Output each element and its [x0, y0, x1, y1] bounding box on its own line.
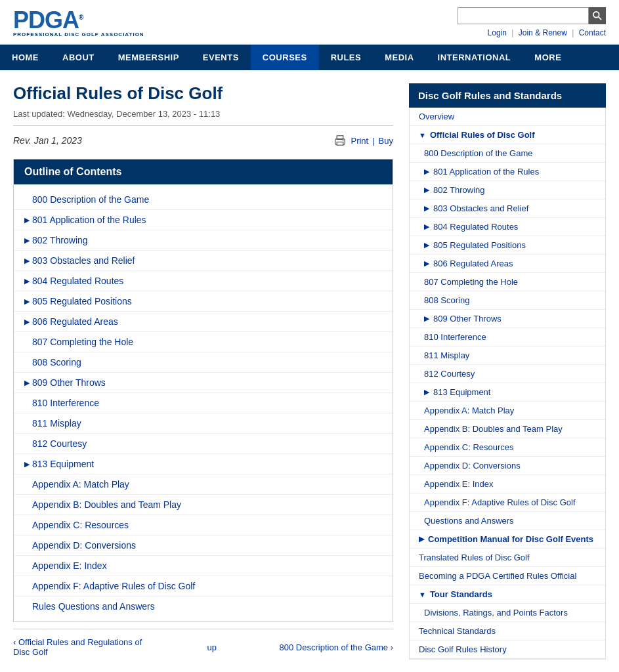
outline-link-appD[interactable]: Appendix D: Conversions [32, 540, 136, 551]
arrow-806[interactable]: ▶ [24, 318, 30, 326]
outline-item-appA: Appendix A: Match Play [14, 476, 393, 493]
sidebar-arrow-804: ▶ [424, 222, 429, 231]
outline-link-801[interactable]: 801 Application of the Rules [32, 215, 146, 225]
sidebar-official-rules-header[interactable]: ▼ Official Rules of Disc Golf [410, 126, 605, 144]
outline-item-800: 800 Description of the Game [14, 191, 393, 208]
outline-link-812[interactable]: 812 Courtesy [32, 438, 87, 449]
outline-link-appB[interactable]: Appendix B: Doubles and Team Play [32, 499, 181, 510]
sidebar-appE[interactable]: Appendix E: Index [410, 475, 605, 494]
outline-link-802[interactable]: 802 Throwing [32, 235, 88, 245]
sidebar-appF[interactable]: Appendix F: Adaptive Rules of Disc Golf [410, 494, 605, 512]
outline-link-800[interactable]: 800 Description of the Game [32, 194, 149, 205]
arrow-804[interactable]: ▶ [24, 277, 30, 285]
sidebar-technical[interactable]: Technical Standards [410, 622, 605, 640]
outline-link-804[interactable]: 804 Regulated Routes [32, 276, 123, 286]
sidebar-appD[interactable]: Appendix D: Conversions [410, 457, 605, 475]
outline-link-813[interactable]: 813 Equipment [32, 459, 94, 469]
sidebar-800[interactable]: 800 Description of the Game [410, 144, 605, 163]
sidebar-arrow-801: ▶ [424, 167, 429, 176]
sidebar-804-link[interactable]: 804 Regulated Routes [433, 222, 518, 232]
sidebar-history[interactable]: Disc Golf Rules History [410, 640, 605, 659]
outline-link-803[interactable]: 803 Obstacles and Relief [32, 255, 135, 266]
sidebar-808[interactable]: 808 Scoring [410, 291, 605, 310]
next-link[interactable]: 800 Description of the Game › [280, 642, 393, 652]
outline-link-appC[interactable]: Appendix C: Resources [32, 520, 129, 530]
sidebar-812[interactable]: 812 Courtesy [410, 365, 605, 383]
svg-rect-4 [337, 142, 344, 145]
sidebar-803-link[interactable]: 803 Obstacles and Relief [433, 203, 528, 213]
nav-about[interactable]: ABOUT [51, 45, 106, 70]
sidebar-803: ▶ 803 Obstacles and Relief [410, 200, 605, 218]
sidebar-810[interactable]: 810 Interference [410, 328, 605, 346]
outline-item-qa: Rules Questions and Answers [14, 598, 393, 615]
search-input[interactable] [458, 7, 589, 24]
nav-more[interactable]: MORE [523, 45, 573, 70]
sidebar-arrow-tour: ▼ [419, 591, 426, 598]
sidebar-802-link[interactable]: 802 Throwing [433, 185, 485, 195]
arrow-801[interactable]: ▶ [24, 216, 30, 224]
login-link[interactable]: Login [488, 28, 507, 37]
buy-link[interactable]: Buy [379, 136, 393, 146]
prev-link[interactable]: ‹ Official Rules and Regulations of Disc… [13, 637, 144, 657]
sidebar-certified[interactable]: Becoming a PDGA Certified Rules Official [410, 567, 605, 585]
sidebar-divisions[interactable]: Divisions, Ratings, and Points Factors [410, 604, 605, 622]
outline-item-809: ▶ 809 Other Throws [14, 374, 393, 391]
arrow-805[interactable]: ▶ [24, 297, 30, 306]
sidebar-arrow-805: ▶ [424, 241, 429, 249]
outline-link-810[interactable]: 810 Interference [32, 398, 99, 408]
sidebar-overview[interactable]: Overview [410, 108, 605, 126]
sidebar-translated[interactable]: Translated Rules of Disc Golf [410, 549, 605, 567]
sidebar-qa[interactable]: Questions and Answers [410, 512, 605, 530]
outline-link-qa[interactable]: Rules Questions and Answers [32, 601, 155, 612]
sidebar-competition-manual[interactable]: ▶ Competition Manual for Disc Golf Event… [410, 530, 605, 549]
arrow-809[interactable]: ▶ [24, 379, 30, 387]
arrow-802[interactable]: ▶ [24, 236, 30, 245]
sidebar-811[interactable]: 811 Misplay [410, 346, 605, 365]
outline-link-811[interactable]: 811 Misplay [32, 418, 81, 429]
outline-link-806[interactable]: 806 Regulated Areas [32, 316, 118, 327]
arrow-803[interactable]: ▶ [24, 257, 30, 265]
join-link[interactable]: Join & Renew [519, 28, 567, 37]
sidebar-appC[interactable]: Appendix C: Resources [410, 438, 605, 457]
contact-link[interactable]: Contact [579, 28, 606, 37]
nav-courses[interactable]: COURSES [251, 45, 319, 70]
print-link[interactable]: Print [351, 136, 368, 146]
nav-international[interactable]: INTERNATIONAL [426, 45, 523, 70]
outline-link-809[interactable]: 809 Other Throws [32, 377, 106, 388]
nav-events[interactable]: EVENTS [191, 45, 251, 70]
up-link[interactable]: up [207, 642, 217, 652]
divider [13, 125, 393, 126]
nav-home[interactable]: HOME [0, 45, 51, 70]
outline-link-807[interactable]: 807 Completing the Hole [32, 337, 133, 347]
sidebar-809: ▶ 809 Other Throws [410, 310, 605, 328]
outline-link-805[interactable]: 805 Regulated Positions [32, 296, 132, 306]
sidebar-appA[interactable]: Appendix A: Match Play [410, 402, 605, 420]
sidebar-tour-standards[interactable]: ▼ Tour Standards [410, 585, 605, 604]
search-button[interactable] [589, 7, 606, 24]
outline-item-812: 812 Courtesy [14, 435, 393, 452]
arrow-813[interactable]: ▶ [24, 460, 30, 469]
print-icon [333, 135, 347, 146]
nav-membership[interactable]: MEMBERSHIP [106, 45, 191, 70]
svg-line-1 [599, 16, 601, 19]
rev-row: Rev. Jan 1, 2023 Print | Buy [13, 135, 393, 146]
sidebar-807[interactable]: 807 Completing the Hole [410, 273, 605, 291]
logo: PDGA® PROFESSIONAL DISC GOLF ASSOCIATION [13, 7, 144, 37]
sidebar-809-link[interactable]: 809 Other Throws [433, 314, 502, 324]
sidebar-813-link[interactable]: 813 Equipment [433, 387, 490, 397]
nav-media[interactable]: MEDIA [373, 45, 425, 70]
sidebar-content: Overview ▼ Official Rules of Disc Golf 8… [409, 108, 606, 660]
outline-link-appF[interactable]: Appendix F: Adaptive Rules of Disc Golf [32, 581, 195, 591]
nav-rules[interactable]: RULES [319, 45, 374, 70]
sidebar-appB[interactable]: Appendix B: Doubles and Team Play [410, 420, 605, 438]
outline-item-811: 811 Misplay [14, 415, 393, 432]
sidebar-801-link[interactable]: 801 Application of the Rules [433, 167, 539, 177]
sidebar-801: ▶ 801 Application of the Rules [410, 163, 605, 181]
sidebar-804: ▶ 804 Regulated Routes [410, 218, 605, 236]
sidebar-805-link[interactable]: 805 Regulated Positions [433, 240, 526, 250]
outline-link-808[interactable]: 808 Scoring [32, 357, 81, 368]
sidebar-806-link[interactable]: 806 Regulated Areas [433, 259, 513, 268]
outline-link-appE[interactable]: Appendix E: Index [32, 560, 107, 571]
sidebar-official-rules-link[interactable]: Official Rules of Disc Golf [430, 130, 535, 140]
outline-link-appA[interactable]: Appendix A: Match Play [32, 479, 129, 490]
